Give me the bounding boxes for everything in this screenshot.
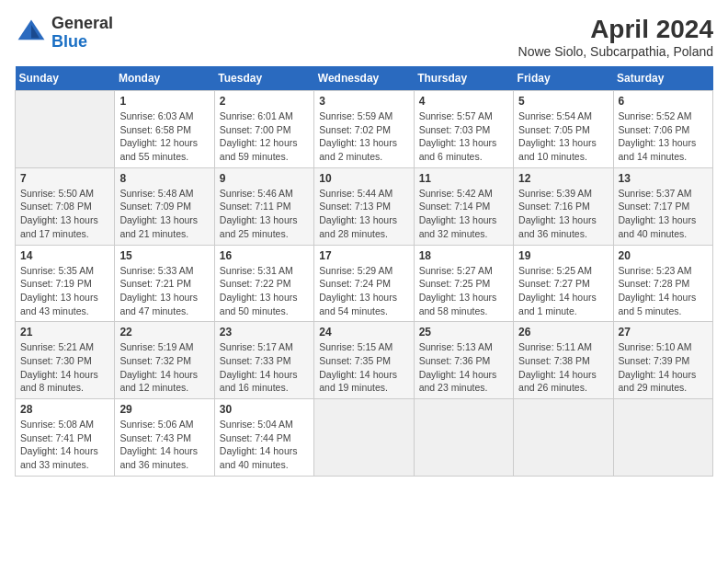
- page-subtitle: Nowe Siolo, Subcarpathia, Poland: [518, 44, 713, 59]
- day-number: 24: [319, 326, 408, 339]
- day-info: Sunrise: 5:04 AMSunset: 7:44 PMDaylight:…: [220, 418, 309, 472]
- day-number: 29: [119, 403, 209, 416]
- day-info: Sunrise: 5:50 AMSunset: 7:08 PMDaylight:…: [20, 187, 109, 241]
- calendar-cell: [314, 399, 414, 477]
- header-friday: Friday: [514, 66, 613, 91]
- day-number: 16: [220, 249, 309, 262]
- calendar-cell: 17Sunrise: 5:29 AMSunset: 7:24 PMDayligh…: [314, 245, 414, 322]
- day-info: Sunrise: 6:01 AMSunset: 7:00 PMDaylight:…: [220, 109, 309, 164]
- calendar-cell: 21Sunrise: 5:21 AMSunset: 7:30 PMDayligh…: [16, 322, 115, 399]
- day-number: 22: [119, 326, 209, 339]
- calendar-cell: [514, 399, 613, 477]
- day-info: Sunrise: 5:25 AMSunset: 7:27 PMDaylight:…: [518, 264, 608, 318]
- day-number: 17: [319, 249, 408, 262]
- day-number: 5: [518, 95, 608, 108]
- calendar-cell: 15Sunrise: 5:33 AMSunset: 7:21 PMDayligh…: [115, 245, 214, 322]
- day-info: Sunrise: 5:29 AMSunset: 7:24 PMDaylight:…: [319, 264, 408, 318]
- day-info: Sunrise: 5:17 AMSunset: 7:33 PMDaylight:…: [220, 340, 309, 395]
- calendar-cell: [613, 399, 712, 477]
- day-number: 14: [20, 249, 109, 262]
- day-info: Sunrise: 5:52 AMSunset: 7:06 PMDaylight:…: [619, 109, 708, 164]
- calendar-cell: 5Sunrise: 5:54 AMSunset: 7:05 PMDaylight…: [514, 91, 613, 168]
- calendar-week-3: 14Sunrise: 5:35 AMSunset: 7:19 PMDayligh…: [16, 245, 713, 322]
- calendar-cell: 9Sunrise: 5:46 AMSunset: 7:11 PMDaylight…: [214, 167, 313, 245]
- day-info: Sunrise: 5:35 AMSunset: 7:19 PMDaylight:…: [20, 264, 109, 318]
- day-info: Sunrise: 5:42 AMSunset: 7:14 PMDaylight:…: [419, 187, 508, 241]
- header-tuesday: Tuesday: [214, 66, 313, 91]
- calendar-week-5: 28Sunrise: 5:08 AMSunset: 7:41 PMDayligh…: [16, 399, 713, 477]
- day-info: Sunrise: 5:37 AMSunset: 7:17 PMDaylight:…: [619, 187, 708, 241]
- header-saturday: Saturday: [613, 66, 712, 91]
- calendar-cell: [16, 91, 115, 168]
- calendar-cell: 22Sunrise: 5:19 AMSunset: 7:32 PMDayligh…: [115, 322, 214, 399]
- day-info: Sunrise: 6:03 AMSunset: 6:58 PMDaylight:…: [119, 109, 209, 164]
- calendar-cell: 13Sunrise: 5:37 AMSunset: 7:17 PMDayligh…: [613, 167, 712, 245]
- calendar-cell: 27Sunrise: 5:10 AMSunset: 7:39 PMDayligh…: [613, 322, 712, 399]
- calendar-cell: 19Sunrise: 5:25 AMSunset: 7:27 PMDayligh…: [514, 245, 613, 322]
- header-sunday: Sunday: [16, 66, 115, 91]
- day-info: Sunrise: 5:19 AMSunset: 7:32 PMDaylight:…: [119, 340, 209, 395]
- calendar-cell: 2Sunrise: 6:01 AMSunset: 7:00 PMDaylight…: [214, 91, 313, 168]
- day-info: Sunrise: 5:39 AMSunset: 7:16 PMDaylight:…: [518, 187, 608, 241]
- day-number: 10: [319, 172, 408, 185]
- day-number: 7: [20, 172, 109, 185]
- calendar-cell: 7Sunrise: 5:50 AMSunset: 7:08 PMDaylight…: [16, 167, 115, 245]
- header-wednesday: Wednesday: [314, 66, 414, 91]
- day-number: 9: [220, 172, 309, 185]
- calendar-cell: [414, 399, 513, 477]
- day-number: 30: [220, 403, 309, 416]
- calendar-cell: 6Sunrise: 5:52 AMSunset: 7:06 PMDaylight…: [613, 91, 712, 168]
- calendar-cell: 23Sunrise: 5:17 AMSunset: 7:33 PMDayligh…: [214, 322, 313, 399]
- day-number: 6: [619, 95, 708, 108]
- day-info: Sunrise: 5:44 AMSunset: 7:13 PMDaylight:…: [319, 187, 408, 241]
- day-info: Sunrise: 5:21 AMSunset: 7:30 PMDaylight:…: [20, 340, 109, 395]
- day-info: Sunrise: 5:13 AMSunset: 7:36 PMDaylight:…: [419, 340, 508, 395]
- day-number: 20: [619, 249, 708, 262]
- day-info: Sunrise: 5:48 AMSunset: 7:09 PMDaylight:…: [119, 187, 209, 241]
- day-info: Sunrise: 5:11 AMSunset: 7:38 PMDaylight:…: [518, 340, 608, 395]
- day-number: 4: [419, 95, 508, 108]
- calendar-cell: 24Sunrise: 5:15 AMSunset: 7:35 PMDayligh…: [314, 322, 414, 399]
- day-info: Sunrise: 5:31 AMSunset: 7:22 PMDaylight:…: [220, 264, 309, 318]
- day-number: 11: [419, 172, 508, 185]
- calendar-cell: 16Sunrise: 5:31 AMSunset: 7:22 PMDayligh…: [214, 245, 313, 322]
- calendar-cell: 26Sunrise: 5:11 AMSunset: 7:38 PMDayligh…: [514, 322, 613, 399]
- calendar-week-2: 7Sunrise: 5:50 AMSunset: 7:08 PMDaylight…: [16, 167, 713, 245]
- day-info: Sunrise: 5:33 AMSunset: 7:21 PMDaylight:…: [119, 264, 209, 318]
- day-number: 2: [220, 95, 309, 108]
- logo-line1: General: [51, 15, 113, 33]
- day-number: 26: [518, 326, 608, 339]
- day-number: 28: [20, 403, 109, 416]
- day-number: 21: [20, 326, 109, 339]
- day-number: 18: [419, 249, 508, 262]
- calendar-cell: 18Sunrise: 5:27 AMSunset: 7:25 PMDayligh…: [414, 245, 513, 322]
- day-info: Sunrise: 5:23 AMSunset: 7:28 PMDaylight:…: [619, 264, 708, 318]
- calendar-cell: 25Sunrise: 5:13 AMSunset: 7:36 PMDayligh…: [414, 322, 513, 399]
- day-number: 19: [518, 249, 608, 262]
- day-info: Sunrise: 5:54 AMSunset: 7:05 PMDaylight:…: [518, 109, 608, 164]
- calendar-cell: 11Sunrise: 5:42 AMSunset: 7:14 PMDayligh…: [414, 167, 513, 245]
- day-number: 8: [119, 172, 209, 185]
- logo-text: General Blue: [51, 15, 113, 52]
- title-block: April 2024 Nowe Siolo, Subcarpathia, Pol…: [518, 15, 713, 59]
- day-number: 3: [319, 95, 408, 108]
- page-header: General Blue April 2024 Nowe Siolo, Subc…: [15, 15, 713, 59]
- calendar-cell: 3Sunrise: 5:59 AMSunset: 7:02 PMDaylight…: [314, 91, 414, 168]
- calendar-table: SundayMondayTuesdayWednesdayThursdayFrid…: [15, 66, 713, 477]
- day-info: Sunrise: 5:10 AMSunset: 7:39 PMDaylight:…: [619, 340, 708, 395]
- calendar-cell: 4Sunrise: 5:57 AMSunset: 7:03 PMDaylight…: [414, 91, 513, 168]
- calendar-cell: 10Sunrise: 5:44 AMSunset: 7:13 PMDayligh…: [314, 167, 414, 245]
- calendar-cell: 14Sunrise: 5:35 AMSunset: 7:19 PMDayligh…: [16, 245, 115, 322]
- day-number: 23: [220, 326, 309, 339]
- logo: General Blue: [15, 15, 113, 52]
- day-number: 27: [619, 326, 708, 339]
- calendar-cell: 12Sunrise: 5:39 AMSunset: 7:16 PMDayligh…: [514, 167, 613, 245]
- logo-line2: Blue: [51, 33, 113, 52]
- calendar-cell: 1Sunrise: 6:03 AMSunset: 6:58 PMDaylight…: [115, 91, 214, 168]
- day-info: Sunrise: 5:08 AMSunset: 7:41 PMDaylight:…: [20, 418, 109, 472]
- logo-icon: [15, 17, 48, 50]
- calendar-week-1: 1Sunrise: 6:03 AMSunset: 6:58 PMDaylight…: [16, 91, 713, 168]
- calendar-header-row: SundayMondayTuesdayWednesdayThursdayFrid…: [16, 66, 713, 91]
- day-number: 12: [518, 172, 608, 185]
- day-info: Sunrise: 5:46 AMSunset: 7:11 PMDaylight:…: [220, 187, 309, 241]
